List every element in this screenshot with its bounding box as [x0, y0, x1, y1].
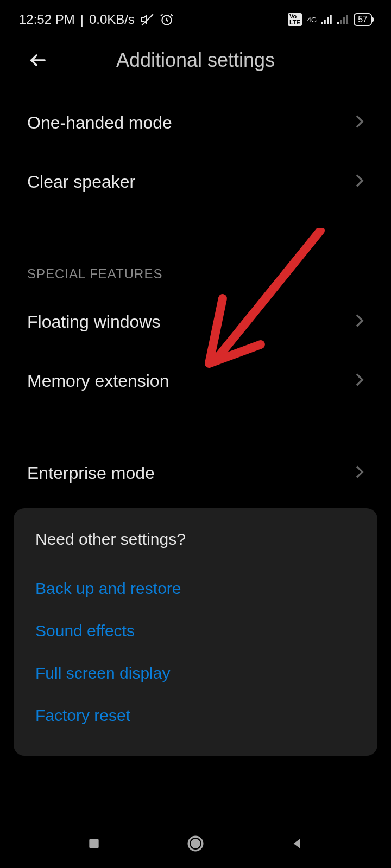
status-divider: | — [80, 12, 84, 27]
svg-rect-2 — [321, 22, 323, 24]
mute-icon — [140, 12, 154, 27]
status-right: VoLTE 4G × 57 — [288, 13, 372, 26]
setting-enterprise-mode[interactable]: Enterprise mode — [27, 444, 364, 503]
svg-point-14 — [192, 840, 199, 847]
svg-rect-3 — [324, 20, 326, 24]
network-type: 4G — [307, 16, 317, 24]
chevron-right-icon — [355, 174, 364, 190]
link-sound-effects[interactable]: Sound effects — [35, 610, 356, 652]
svg-rect-5 — [330, 15, 332, 24]
related-settings-card: Need other settings? Back up and restore… — [14, 508, 377, 756]
setting-label: Enterprise mode — [27, 463, 155, 483]
related-title: Need other settings? — [35, 530, 356, 548]
svg-line-0 — [142, 14, 153, 25]
nav-back-button[interactable] — [283, 830, 311, 857]
link-factory-reset[interactable]: Factory reset — [35, 694, 356, 737]
setting-floating-windows[interactable]: Floating windows — [27, 292, 364, 352]
chevron-right-icon — [355, 314, 364, 330]
svg-rect-4 — [327, 17, 329, 24]
svg-rect-7 — [340, 20, 342, 24]
signal-icon-2: × — [337, 15, 349, 24]
setting-memory-extension[interactable]: Memory extension — [27, 352, 364, 411]
setting-label: Floating windows — [27, 312, 160, 332]
back-button[interactable] — [27, 49, 49, 71]
setting-label: Clear speaker — [27, 172, 135, 192]
section-header-special: SPECIAL FEATURES — [27, 245, 364, 292]
setting-label: One-handed mode — [27, 113, 172, 133]
battery-icon: 57 — [354, 13, 372, 26]
status-time: 12:52 PM — [19, 12, 75, 27]
header: Additional settings — [0, 33, 391, 93]
status-bar: 12:52 PM | 0.0KB/s VoLTE 4G — [0, 0, 391, 33]
svg-rect-8 — [343, 17, 345, 24]
alarm-icon — [160, 12, 174, 27]
svg-text:×: × — [346, 22, 349, 24]
link-backup-restore[interactable]: Back up and restore — [35, 567, 356, 610]
signal-icon-1 — [321, 15, 333, 24]
nav-home-button[interactable] — [182, 830, 209, 857]
status-left: 12:52 PM | 0.0KB/s — [19, 12, 174, 27]
svg-rect-12 — [90, 839, 99, 848]
chevron-right-icon — [355, 115, 364, 131]
chevron-right-icon — [355, 373, 364, 390]
divider — [27, 228, 364, 228]
volte-icon: VoLTE — [288, 13, 302, 26]
link-full-screen-display[interactable]: Full screen display — [35, 652, 356, 694]
svg-rect-6 — [337, 22, 339, 24]
page-title: Additional settings — [49, 49, 342, 72]
settings-list: One-handed mode Clear speaker SPECIAL FE… — [0, 93, 391, 503]
chevron-right-icon — [355, 465, 364, 482]
setting-one-handed-mode[interactable]: One-handed mode — [27, 93, 364, 152]
status-data-rate: 0.0KB/s — [89, 12, 135, 27]
setting-label: Memory extension — [27, 371, 169, 391]
setting-clear-speaker[interactable]: Clear speaker — [27, 152, 364, 212]
nav-recents-button[interactable] — [80, 830, 108, 857]
divider — [27, 427, 364, 427]
navigation-bar — [0, 819, 391, 868]
